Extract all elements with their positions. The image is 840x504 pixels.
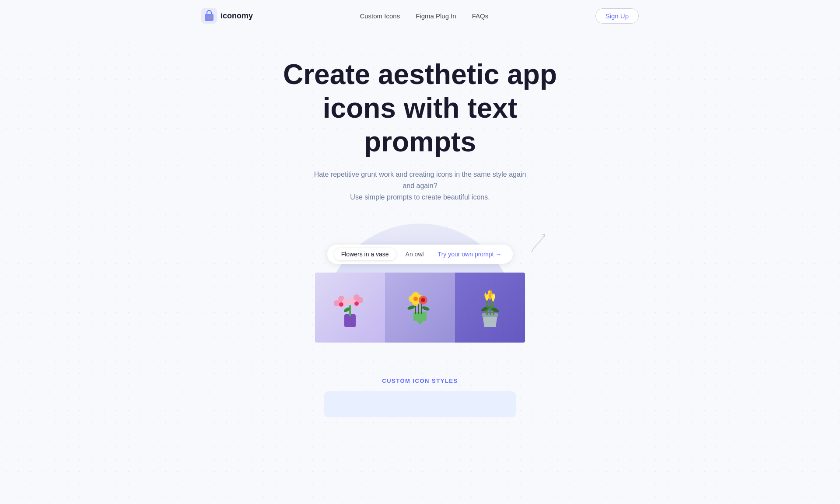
icon-grid xyxy=(315,273,525,343)
hero-subtitle: Hate repetitive grunt work and creating … xyxy=(311,169,529,203)
curved-arrow-icon xyxy=(529,232,547,254)
svg-rect-3 xyxy=(210,17,212,18)
try-own-prompt-button[interactable]: Try your own prompt → xyxy=(434,248,506,260)
svg-rect-5 xyxy=(349,305,351,316)
custom-icon-styles-label: CUSTOM ICON STYLES xyxy=(382,378,458,384)
svg-point-7 xyxy=(334,300,340,306)
prompt-chip-owl[interactable]: An owl xyxy=(399,248,430,260)
prompt-chip-flowers[interactable]: Flowers in a vase xyxy=(334,248,396,260)
signup-button[interactable]: Sign Up xyxy=(595,8,639,24)
logo-icon xyxy=(201,8,217,24)
icon-cell-2 xyxy=(385,273,455,343)
flower-icon-1 xyxy=(330,284,370,332)
svg-point-26 xyxy=(413,297,418,301)
icon-cell-1 xyxy=(315,273,385,343)
logo-text: iconomy xyxy=(220,11,253,21)
prompt-bar: Flowers in a vase An owl Try your own pr… xyxy=(327,245,513,264)
svg-point-28 xyxy=(421,298,425,302)
svg-point-10 xyxy=(339,302,343,307)
flower-icon-3 xyxy=(470,284,510,332)
nav-links: Custom Icons Figma Plug In FAQs xyxy=(360,12,488,20)
svg-rect-2 xyxy=(207,17,209,18)
flower-icon-2 xyxy=(400,284,440,332)
bottom-card-placeholder xyxy=(324,391,516,417)
svg-point-15 xyxy=(354,301,359,306)
hero-title: Create aesthetic app icons with text pro… xyxy=(267,58,573,158)
nav-custom-icons[interactable]: Custom Icons xyxy=(360,12,400,20)
demo-section: Flowers in a vase An owl Try your own pr… xyxy=(306,224,534,343)
main-content: Create aesthetic app icons with text pro… xyxy=(0,32,840,421)
nav-figma-plugin[interactable]: Figma Plug In xyxy=(416,12,456,20)
hero-subtitle-line1: Hate repetitive grunt work and creating … xyxy=(314,171,526,189)
navbar: iconomy Custom Icons Figma Plug In FAQs … xyxy=(0,0,840,32)
icon-cell-3 xyxy=(455,273,525,343)
logo-link[interactable]: iconomy xyxy=(201,8,253,24)
nav-faqs[interactable]: FAQs xyxy=(472,12,489,20)
svg-point-30 xyxy=(421,305,430,312)
bottom-section: CUSTOM ICON STYLES xyxy=(0,378,840,421)
svg-point-14 xyxy=(354,294,360,301)
hero-subtitle-line2: Use simple prompts to create beautiful i… xyxy=(350,193,490,201)
